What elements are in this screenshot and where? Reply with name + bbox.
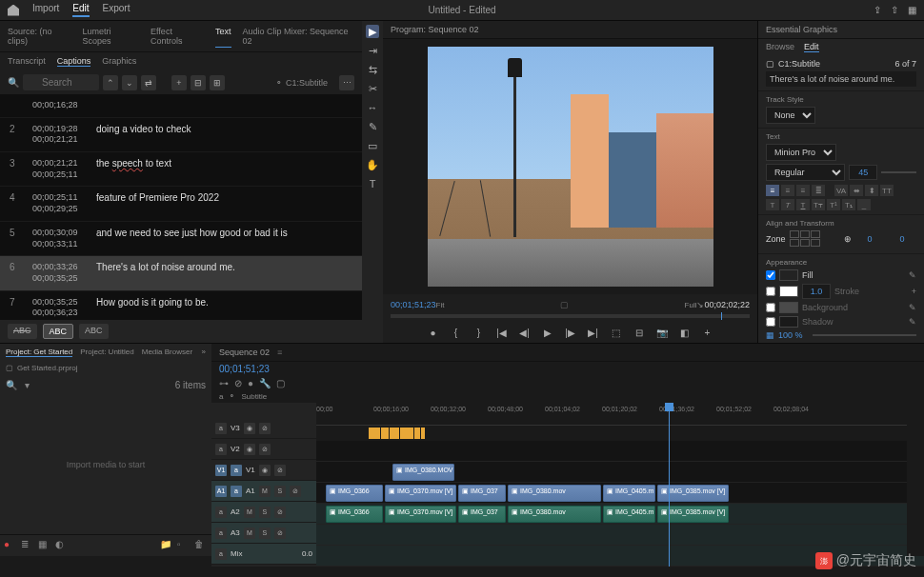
- timeline-clip[interactable]: ▣ IMG_0366: [326, 506, 383, 523]
- abc-box-button[interactable]: ABC: [43, 324, 74, 339]
- cc-track-icon[interactable]: ▢: [276, 378, 285, 388]
- leading-icon[interactable]: ⬍: [865, 185, 878, 196]
- nav-import[interactable]: Import: [32, 3, 59, 17]
- freeform-view-icon[interactable]: ●: [4, 539, 17, 552]
- marker-icon[interactable]: ●: [248, 378, 253, 388]
- timeline-clip[interactable]: ▣ IMG_0370.mov [V]: [385, 485, 456, 502]
- tracking-icon[interactable]: VA: [834, 185, 848, 196]
- search-input[interactable]: [23, 74, 99, 90]
- go-to-in-icon[interactable]: |◀: [494, 325, 510, 340]
- replace-button[interactable]: ⇄: [141, 75, 156, 90]
- timeline-clip[interactable]: ▣ IMG_0380.MOV: [392, 464, 454, 481]
- zone-grid[interactable]: [790, 230, 820, 247]
- bg-check[interactable]: [766, 303, 775, 312]
- caption-row[interactable]: 700;00;35;2500;00;36;23How good is it go…: [0, 291, 362, 320]
- underline2-icon[interactable]: _: [857, 199, 871, 210]
- align-justify-icon[interactable]: ≣: [812, 185, 825, 196]
- fill-eyedropper-icon[interactable]: ✎: [909, 270, 916, 280]
- smallcaps-icon[interactable]: Tᴛ: [812, 199, 825, 210]
- caption-menu-button[interactable]: ⋯: [339, 75, 354, 90]
- timeline-clip[interactable]: ▣ IMG_0380.mov: [508, 485, 601, 502]
- share-icon[interactable]: ⇧: [891, 5, 898, 15]
- timeline-clip[interactable]: ▣ IMG_0405.m: [603, 485, 655, 502]
- kerning-icon[interactable]: ⬌: [850, 185, 863, 196]
- list-view-icon[interactable]: ≣: [21, 539, 34, 552]
- eg-offset-y[interactable]: 0: [888, 232, 916, 246]
- caption-row[interactable]: 300;00;21;2100;00;25;11the speech to tex…: [0, 152, 362, 187]
- tab-text[interactable]: Text: [215, 25, 231, 48]
- timeline-timecode[interactable]: 00;01;51;23: [211, 362, 924, 376]
- ripple-tool-icon[interactable]: ⇆: [366, 63, 379, 76]
- extract-icon[interactable]: ⊟: [632, 325, 647, 340]
- eg-size-input[interactable]: [849, 165, 877, 180]
- next-result-button[interactable]: ⌄: [122, 75, 137, 90]
- stroke-add-icon[interactable]: +: [912, 287, 916, 296]
- track-select-tool-icon[interactable]: ⇥: [366, 44, 379, 57]
- shadow-swatch[interactable]: [779, 316, 798, 328]
- subtab-transcript[interactable]: Transcript: [8, 56, 46, 67]
- program-in-timecode[interactable]: 00;01;51;23: [391, 300, 436, 309]
- italic-icon[interactable]: T: [781, 199, 794, 210]
- fill-check[interactable]: [766, 270, 775, 280]
- tab-effect-controls[interactable]: Effect Controls: [151, 25, 204, 48]
- timeline-clip[interactable]: ▣ IMG_0380.mov: [508, 506, 601, 523]
- align-right-icon[interactable]: ≡: [796, 185, 810, 196]
- tab-media-browser[interactable]: Media Browser: [142, 348, 192, 357]
- stroke-swatch[interactable]: [779, 286, 798, 297]
- eg-opacity[interactable]: 100 %: [778, 330, 803, 340]
- bin-search-icon[interactable]: 🔍: [6, 380, 17, 390]
- tab-project-untitled[interactable]: Project: Untitled: [80, 348, 133, 357]
- pen-tool-icon[interactable]: ✎: [366, 120, 379, 133]
- settings-icon[interactable]: +: [700, 325, 715, 340]
- step-fwd-icon[interactable]: |▶: [563, 325, 578, 340]
- eg-font-select[interactable]: Minion Pro: [766, 144, 836, 161]
- tab-source[interactable]: Source: (no clips): [8, 25, 71, 48]
- mark-out-icon[interactable]: }: [472, 325, 487, 340]
- eg-layer-name[interactable]: C1:Subtitle: [778, 59, 891, 69]
- subtab-graphics[interactable]: Graphics: [102, 56, 136, 67]
- abc-off-button[interactable]: ABC: [8, 324, 37, 339]
- eg-track-style-select[interactable]: None: [766, 107, 815, 124]
- prev-result-button[interactable]: ⌃: [103, 75, 118, 90]
- fill-swatch[interactable]: [779, 269, 798, 281]
- hand-tool-icon[interactable]: ✋: [366, 158, 379, 171]
- project-bin-empty[interactable]: Import media to start: [0, 395, 211, 534]
- timeline-clip[interactable]: ▣ IMG_0370.mov [V]: [385, 506, 456, 523]
- thumb-size-icon[interactable]: ◐: [55, 539, 69, 552]
- nav-export[interactable]: Export: [103, 3, 131, 17]
- zoom-fit[interactable]: Fit: [436, 301, 445, 309]
- caption-row[interactable]: 500;00;30;0900;00;33;11and we need to se…: [0, 222, 362, 256]
- new-bin-icon[interactable]: 📁: [160, 539, 173, 552]
- timeline-tracks[interactable]: 00;0000;00;16;0000;00;32;0000;00;48;0000…: [316, 403, 924, 567]
- stroke-check[interactable]: [766, 287, 775, 296]
- go-to-out-icon[interactable]: ▶|: [586, 325, 601, 340]
- align-center-icon[interactable]: ≡: [781, 185, 794, 196]
- icon-view-icon[interactable]: ▦: [38, 539, 51, 552]
- wrench-icon[interactable]: 🔧: [259, 378, 271, 388]
- snap-icon[interactable]: ⊶: [219, 378, 229, 388]
- allcaps-icon[interactable]: TT: [880, 185, 894, 196]
- caption-row[interactable]: 400;00;25;1100;00;29;25feature of Premie…: [0, 187, 362, 221]
- play-icon[interactable]: ▶: [540, 325, 555, 340]
- playhead[interactable]: [669, 403, 670, 567]
- workspaces-icon[interactable]: ▦: [908, 5, 916, 15]
- comparison-icon[interactable]: ◧: [677, 325, 693, 340]
- resolution-full[interactable]: Full: [685, 301, 697, 309]
- timeline-clip[interactable]: ▣ IMG_037: [458, 485, 506, 502]
- underline-icon[interactable]: T: [796, 199, 810, 210]
- slip-tool-icon[interactable]: ↔: [366, 101, 379, 114]
- split-caption-button[interactable]: ⊟: [191, 75, 206, 90]
- eg-size-slider[interactable]: [881, 171, 916, 173]
- eg-offset-x[interactable]: 0: [855, 232, 884, 246]
- type-tool-icon[interactable]: T: [366, 177, 379, 190]
- subtab-captions[interactable]: Captions: [57, 56, 91, 67]
- sequence-tab[interactable]: Sequence 02: [219, 348, 270, 357]
- razor-tool-icon[interactable]: ✂: [366, 82, 379, 95]
- new-item-icon[interactable]: ▫: [177, 539, 191, 552]
- subtitle-track-label[interactable]: Subtitle: [241, 392, 267, 401]
- timeline-clip[interactable]: ▣ IMG_0405.m: [603, 506, 655, 523]
- home-icon[interactable]: [8, 5, 19, 16]
- timeline-clip[interactable]: ▣ IMG_037: [458, 506, 506, 523]
- caption-row[interactable]: 600;00;33;2600;00;35;25There's a lot of …: [0, 256, 362, 290]
- add-marker-icon[interactable]: ●: [426, 325, 441, 340]
